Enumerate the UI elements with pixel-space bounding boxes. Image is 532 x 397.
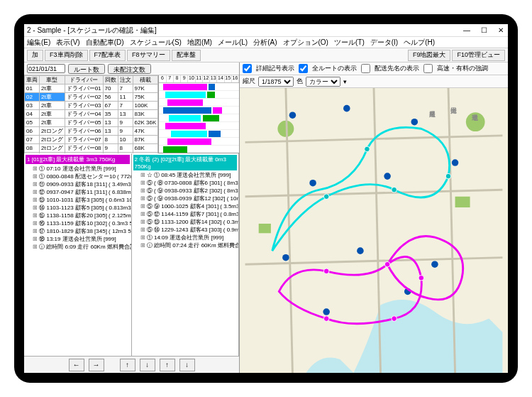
dropdown-icon[interactable]: ▾ [343,78,347,85]
list-item[interactable]: ① 0800-0848 配送センター10 ( 772m3 72Kg ) [33,173,130,180]
list-item[interactable]: ⑬ 1010-1031 顧客3 [305] ( 0.6m3 10Kg ) [33,196,130,204]
table-row[interactable]: 032t車ドライバー03677100K [25,102,158,110]
chk-allroutes[interactable] [299,64,308,73]
list-item[interactable]: ⑤ ⑭ 1229-1243 顧客43 [303] ( 0.9m3 105Kg ) [140,226,238,234]
toolbar: 加 F3車両削除 F7配車表 F8サマリー 配車盤 F9地図最大 F10管理ビュ… [24,48,508,62]
btn-summary[interactable]: F8サマリー [127,50,170,61]
table-row[interactable]: 052t車ドライバー0513962K 36K [25,119,158,127]
list-item[interactable]: ⑤ ⑫ 1144-1159 顧客7 [301] ( 0.8m3 50Kg ) [140,210,238,218]
svg-point-11 [282,254,289,261]
grid-col[interactable]: 車型 [40,76,65,85]
list-item[interactable]: ⓘ 総時間 6:09 走行 60Km 燃料費合計 1348円 [33,243,130,251]
svg-point-13 [431,261,438,268]
list-item[interactable]: ⑭ 1103-1123 顧客5 [305] ( 0.813m3 55Kg ) [33,204,130,212]
table-row[interactable]: 082tロングドライバー089868K [25,144,158,153]
date-field[interactable] [27,64,65,73]
menu-tool[interactable]: ツール(T) [334,38,365,48]
btn-dispatch-board[interactable]: 配車盤 [172,50,201,61]
grid-col[interactable]: 車両 [25,76,40,85]
list-item[interactable]: ① 07:10 運送会社営業所 [999] [33,165,130,173]
list-item[interactable]: ⑮ 1138-1158 顧客20 [305] ( 2.125m3 120Kg ) [33,212,130,219]
minimize-icon[interactable]: — [462,26,471,34]
menu-option[interactable]: オプション(O) [283,38,328,48]
nav-up2[interactable]: ↑ [160,359,175,371]
svg-point-10 [452,159,459,166]
list-item[interactable]: ⑪ 0909-0933 顧客18 [311] ( 3.49m3 72Kg ) [33,180,130,188]
chk-destnames[interactable] [361,64,370,73]
svg-rect-4 [455,197,470,207]
grid-col[interactable]: 回数 [103,76,118,85]
svg-point-16 [323,268,329,274]
chk-detail[interactable] [243,64,252,73]
list-item[interactable]: ☆ ① 08:45 運送会社営業所 [999] [140,171,238,179]
menu-schedule[interactable]: スケジュール(S) [130,38,182,48]
list-item[interactable]: ⑫ 0937-0947 顧客11 [311] ( 6.838m3 188Kg ) [33,188,130,196]
list-item[interactable]: ⑤ ( ⑨ 0938-0933 顧客2 [302] ( 8m3 125Kg ) [140,187,238,195]
nav-up[interactable]: ↑ [120,359,135,371]
tree-header-1[interactable]: 1 [01][2t車] 最大積載量 3m3 750Kg [26,155,130,164]
btn-del-vehicle[interactable]: F3車両削除 [45,50,88,61]
btn-mgmt-view[interactable]: F10管理ビュー [452,50,505,61]
right-pane: 詳細記号表示 全ルートの表示 配送先名の表示 高速・有料の強調 縮尺 1/187… [240,62,508,373]
svg-point-24 [365,146,370,152]
svg-point-8 [309,180,316,187]
table-row[interactable]: 022t車ドライバー02561175K [25,93,158,102]
tab-routes[interactable]: ルート数 [68,64,105,74]
menu-analysis[interactable]: 分析(A) [253,38,277,48]
table-row[interactable]: 072tロングドライバー0781087K [25,136,158,144]
maximize-icon[interactable]: ☐ [480,26,488,34]
menu-auto[interactable]: 自動配車(D) [86,38,124,48]
lbl-detail: 詳細記号表示 [256,64,294,73]
map-canvas[interactable]: 環七通り 日光街道 尾久橋通り [240,88,508,373]
gantt-chart[interactable]: 678910111213141516 [158,75,239,153]
grid-col[interactable]: 積載 [133,76,158,85]
vehicle-grid[interactable]: 車両車型ドライバー回数注文積載 012t車ドライバー0170797K022t車ド… [24,75,158,161]
close-icon[interactable]: ✕ [497,26,505,34]
btn-add[interactable]: 加 [27,50,43,61]
list-item[interactable]: ⑤ ⑬ 1133-1200 顧客14 [302] ( 0.3m3 105Kg ) [140,218,238,226]
svg-point-17 [384,261,390,267]
list-item[interactable]: ⓘ 総時間 07:24 走行 60Km 燃料費合計 1388円 [140,241,238,249]
grid-col[interactable]: ドライバー [65,76,103,85]
nav-down2[interactable]: ↓ [179,359,195,371]
nav-next[interactable]: → [89,359,104,371]
lbl-color: 色 [297,77,303,86]
menu-data[interactable]: データ(I) [370,38,398,48]
menu-mail[interactable]: メール(L) [218,38,248,48]
table-row[interactable]: 012t車ドライバー0170797K [25,85,158,93]
table-row[interactable]: 042t車ドライバー04351383K [25,110,158,119]
route-tree-left[interactable]: 1 [01][2t車] 最大積載量 3m3 750Kg ① 07:10 運送会社… [24,153,132,356]
btn-map-max[interactable]: F9地図最大 [408,50,451,61]
svg-point-14 [323,308,330,315]
list-item[interactable]: ⑤ ( ⑨ 0938-0939 顧客12 [302] ( 10m3 125Kg … [140,195,238,202]
sel-color[interactable]: カラー [306,77,340,87]
list-item[interactable]: ⑰ 1810-1829 顧客38 [345] ( 12m3 54Kg ) [33,227,130,235]
menu-view[interactable]: 表示(V) [56,38,79,48]
nav-down[interactable]: ↓ [140,359,155,371]
table-row[interactable]: 062tロングドライバー0613947K [25,127,158,136]
tab-unassigned[interactable]: 未配注文数 [108,64,151,74]
list-item[interactable]: ① 14:09 運送会社営業所 [999] [140,234,238,241]
lbl-scale: 縮尺 [243,77,255,86]
svg-point-5 [289,112,297,119]
svg-point-12 [357,247,364,254]
menu-edit[interactable]: 編集(E) [27,38,50,48]
list-item[interactable]: ⑤ ⑨ 1000-1025 顧客4 [301] ( 3.5m3 100Kg ) [140,202,238,210]
sel-scale[interactable]: 1/1875 [258,77,294,87]
svg-point-7 [411,119,419,126]
svg-point-6 [343,105,350,112]
list-item[interactable]: ⑯ 1133-1159 顧客10 [302] ( 0.3m3 55Kg ) [33,219,130,227]
list-item[interactable]: ⑤ ( ⑧ 0730-0808 顧客6 [301] ( 8m3 132Kg ) [140,179,238,187]
menu-help[interactable]: ヘルプ(H) [404,38,435,48]
grid-col[interactable]: 注文 [118,76,133,85]
nav-prev[interactable]: ← [69,359,84,371]
lbl-destnames: 配送先名の表示 [375,64,419,73]
route-tree-right[interactable]: 2 冬着 (2) [02][2t車] 最大積載量 0m3 750Kg ☆ ① 0… [132,153,240,356]
list-item[interactable]: ⑱ 13:19 運送会社営業所 [999] [33,235,130,243]
tree-header-2[interactable]: 2 冬着 (2) [02][2t車] 最大積載量 0m3 750Kg [133,155,238,170]
left-pane: ルート数 未配注文数 車両車型ドライバー回数注文積載 012t車ドライバー017… [24,62,240,373]
svg-point-19 [392,316,397,322]
menu-map[interactable]: 地図(M) [187,38,212,48]
btn-dispatch-table[interactable]: F7配車表 [89,50,126,61]
chk-highway[interactable] [423,64,433,73]
